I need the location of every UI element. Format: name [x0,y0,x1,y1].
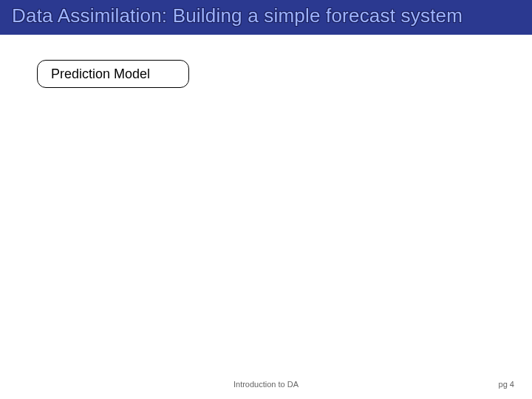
footer-center: Introduction to DA [233,380,299,389]
footer-page-number: pg 4 [499,380,514,389]
content-area: Prediction Model [0,35,532,397]
slide-title: Data Assimilation: Building a simple for… [12,4,520,27]
prediction-model-box: Prediction Model [37,60,189,88]
title-bar: Data Assimilation: Building a simple for… [0,0,532,35]
box-label: Prediction Model [51,66,150,82]
